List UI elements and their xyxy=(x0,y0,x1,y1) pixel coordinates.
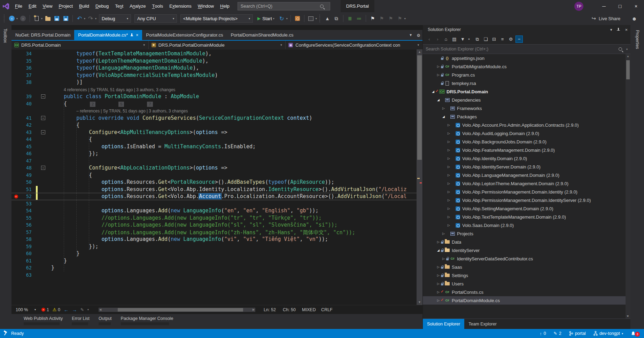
project-dropdown[interactable]: C# DRS.Portal.Domain▼ xyxy=(11,41,149,49)
tree-item[interactable]: ▷Volo.Abp.TextTemplateManagement.Domain … xyxy=(423,213,630,221)
tool-tab-team-explorer[interactable]: Team Explorer xyxy=(464,319,501,329)
toggle-bookmark-button[interactable]: ⚑ xyxy=(369,15,377,22)
new-file-button[interactable]: ✱ xyxy=(33,15,40,22)
document-tab[interactable]: PortalDomainSharedModule.cs xyxy=(227,30,297,40)
toolbox-tab[interactable]: Toolbox xyxy=(3,29,8,43)
uncomment-lines-button[interactable]: ≔ xyxy=(355,15,363,22)
code-line[interactable]: 41− public override void ConfigureServic… xyxy=(11,115,417,122)
tree-item[interactable]: ◢Packages xyxy=(423,112,630,121)
tree-item[interactable]: ▷Volo.Abp.FeatureManagement.Domain (2.9.… xyxy=(423,146,630,154)
save-all-button[interactable] xyxy=(62,15,70,22)
code-line[interactable]: 60 } xyxy=(11,250,417,257)
expand-arrow-icon[interactable]: ▷ xyxy=(447,182,451,185)
navigate-back-dropdown[interactable]: ▾ xyxy=(16,17,18,20)
tree-item[interactable]: ▷C#Program.cs xyxy=(423,71,630,79)
menu-project[interactable]: Project xyxy=(56,0,76,12)
redo-dropdown[interactable]: ▾ xyxy=(95,17,96,20)
code-line[interactable]: 34 typeof(TextTemplateManagementDomainMo… xyxy=(11,50,417,57)
filter-dropdown-icon[interactable]: ▾ xyxy=(465,36,473,43)
expand-arrow-icon[interactable]: ▷ xyxy=(436,290,441,294)
repository-button[interactable]: portal xyxy=(569,331,586,336)
toolbar-grip[interactable] xyxy=(4,15,6,22)
code-line[interactable]: 36 typeof(LanguageManagementDomainModule… xyxy=(11,64,417,72)
menu-test[interactable]: Test xyxy=(112,0,126,12)
properties-icon[interactable]: ⚙ xyxy=(507,36,514,43)
edit-options-dropdown[interactable]: ▾ xyxy=(87,308,89,311)
bottom-tab-error-list[interactable]: Error List xyxy=(72,316,90,329)
expand-arrow-icon[interactable]: ▷ xyxy=(447,123,451,127)
close-tab-icon[interactable]: × xyxy=(136,33,138,38)
next-bookmark-button[interactable]: ⚑ xyxy=(387,15,395,22)
code-line[interactable]: 45 options.IsEnabled = MultiTenancyConst… xyxy=(11,143,417,150)
tree-item[interactable]: ▷Volo.Abp.BackgroundJobs.Domain (2.9.0) xyxy=(423,137,630,146)
bookmark-dropdown[interactable]: ▾ xyxy=(404,17,406,20)
tree-item[interactable]: ▷C#PortalConsts.cs xyxy=(423,288,630,296)
fold-collapse-icon[interactable]: − xyxy=(41,166,45,170)
collapse-arrow-icon[interactable]: ◢ xyxy=(436,249,441,252)
codelens-row[interactable]: – references | Sy TRAN, 51 days ago | 3 … xyxy=(11,107,417,115)
tree-item[interactable]: ▷Volo.Abp.LanguageManagement.Domain (2.9… xyxy=(423,171,630,179)
select-cursor-button[interactable]: ▲ xyxy=(324,15,331,22)
code-line[interactable]: 37 typeof(VoloAbpCommercialSuiteTemplate… xyxy=(11,72,417,79)
bottom-tab-web-publish-activity[interactable]: Web Publish Activity xyxy=(24,316,63,329)
code-line[interactable]: 38 )] xyxy=(11,79,417,86)
code-line[interactable]: 39− public class PortalDomainModule : Ab… xyxy=(11,93,417,100)
refresh-button[interactable]: ↻ xyxy=(278,15,286,22)
redo-button[interactable]: ↷ xyxy=(87,15,94,22)
expand-arrow-icon[interactable]: ▷ xyxy=(447,132,451,135)
menu-edit[interactable]: Edit xyxy=(25,0,39,12)
preview-selected-items-icon[interactable]: − xyxy=(515,36,523,43)
startup-project-dropdown[interactable]: <Multiple Startup Projects>▾ xyxy=(180,14,253,23)
code-line[interactable]: 35 typeof(LeptonThemeManagementDomainMod… xyxy=(11,57,417,65)
collapse-all-icon[interactable]: ⊟ xyxy=(490,36,498,43)
fold-collapse-icon[interactable]: − xyxy=(41,116,45,120)
save-button[interactable] xyxy=(53,15,61,22)
tree-item[interactable]: ▷Volo.Abp.IdentityServer.Domain (2.9.0) xyxy=(423,163,630,171)
switch-views-icon[interactable]: ▤ xyxy=(451,36,458,43)
tree-item[interactable]: ▷Volo.Abp.Account.Pro.Admin.Application.… xyxy=(423,121,630,129)
document-tab[interactable]: NuGet: DRS.Portal.Domain xyxy=(11,30,74,40)
comment-lines-button[interactable]: ≣ xyxy=(346,15,354,22)
hscrollbar-thumb[interactable] xyxy=(118,308,243,312)
code-line[interactable]: 56 //options.Languages.Add(new LanguageI… xyxy=(11,221,417,229)
find-in-files-button[interactable] xyxy=(294,15,301,22)
expand-arrow-icon[interactable]: ▷ xyxy=(436,274,441,277)
code-line[interactable]: 48− Configure<AbpLocalizationOptions>(op… xyxy=(11,164,417,172)
undo-button[interactable]: ↶ xyxy=(76,15,83,22)
code-editor[interactable]: 34 typeof(TextTemplateManagementDomainMo… xyxy=(11,49,422,305)
editor-vertical-scrollbar[interactable]: ▲ ▼ xyxy=(417,49,422,305)
expand-arrow-icon[interactable]: ▷ xyxy=(447,173,451,177)
expand-arrow-icon[interactable]: ▷ xyxy=(436,240,441,244)
pin-icon[interactable] xyxy=(617,28,620,32)
tree-item[interactable]: ▷C#PortalDbMigratorModule.cs xyxy=(423,62,630,71)
expand-arrow-icon[interactable]: ▷ xyxy=(441,232,446,235)
scrollbar-thumb[interactable] xyxy=(417,55,422,160)
navigate-back-button[interactable]: ‹ xyxy=(8,15,16,22)
expand-arrow-icon[interactable]: ▷ xyxy=(436,282,441,285)
tree-item[interactable]: ▷Volo.Abp.PermissionManagement.Domain.Id… xyxy=(423,196,630,204)
document-outline-button[interactable]: ⧉ xyxy=(333,15,340,22)
expand-arrow-icon[interactable]: ▷ xyxy=(447,223,451,227)
tree-item[interactable]: ▷C#PortalDomainModule.cs xyxy=(423,296,630,305)
code-line[interactable]: ×52 options.Resources.Get<Volo.Abp.Accou… xyxy=(11,193,417,200)
new-item-icon[interactable]: ❏ xyxy=(482,36,489,43)
preview-image-button[interactable] xyxy=(307,15,315,22)
configuration-dropdown[interactable]: Debug▾ xyxy=(99,14,131,23)
code-line[interactable]: 44 { xyxy=(11,136,417,143)
expand-arrow-icon[interactable]: ▷ xyxy=(441,257,446,260)
previous-bookmark-button[interactable]: ⚑ xyxy=(378,15,386,22)
expand-arrow-icon[interactable]: ▷ xyxy=(447,165,451,168)
close-button[interactable]: × xyxy=(628,0,644,12)
expand-arrow-icon[interactable]: ▷ xyxy=(436,265,441,269)
maximize-button[interactable]: □ xyxy=(612,0,628,12)
pending-edit-icon[interactable]: ✎ xyxy=(80,307,84,312)
tree-scrollbar[interactable]: ▲ ▼ xyxy=(626,54,630,319)
fold-collapse-icon[interactable]: − xyxy=(41,94,45,99)
code-line[interactable]: 50 options.Resources.Get<PortalResource>… xyxy=(11,179,417,186)
menu-file[interactable]: File xyxy=(12,0,25,12)
expand-arrow-icon[interactable]: ▷ xyxy=(447,190,451,194)
close-panel-icon[interactable]: × xyxy=(625,27,628,32)
notifications-button[interactable]: 3 xyxy=(631,331,639,336)
expand-arrow-icon[interactable]: ▷ xyxy=(436,73,441,77)
start-debug-button[interactable]: ▶Start▾ xyxy=(255,16,277,21)
